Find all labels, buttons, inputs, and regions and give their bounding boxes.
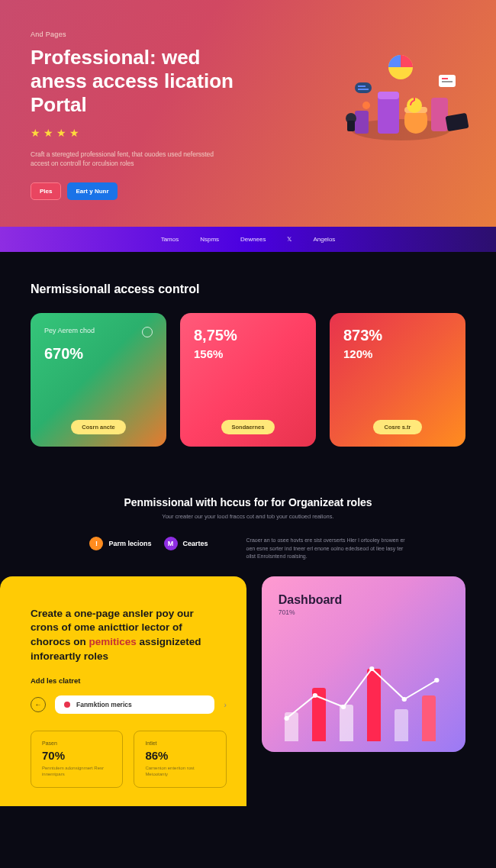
dashboard-subtitle: 701% xyxy=(279,608,449,616)
metric-card-green[interactable]: Pey Aerem chod 670% Cosrn ancte xyxy=(31,313,166,447)
panel-heading: Create a one-page ansler poy our crons o… xyxy=(31,607,214,665)
card-value: 670% xyxy=(44,345,153,363)
tab-creates[interactable]: M Ceartes xyxy=(164,537,208,550)
metric-tag[interactable]: Fanmktion merics xyxy=(55,695,214,714)
dashboard-panel: Dashboard 701% xyxy=(262,576,465,752)
clock-icon xyxy=(142,327,153,337)
svg-point-19 xyxy=(284,716,288,721)
status-dot-icon xyxy=(64,702,70,708)
stat-value: 70% xyxy=(42,749,111,762)
tab-permissions[interactable]: ! Parm lecions xyxy=(89,537,151,550)
access-control-section: Nermissionall access control Pey Aerem c… xyxy=(0,252,496,469)
card-secondary-value: 120% xyxy=(343,347,452,360)
dashboard-chart xyxy=(279,642,449,741)
stat-boxes: Pasen 70% Penntulem adonsignmert Resr in… xyxy=(31,731,227,788)
page-title: Professional: wed aness access lication … xyxy=(31,46,252,118)
yellow-info-panel: Create a one-page ansler poy our crons o… xyxy=(0,576,246,806)
stat-value: 86% xyxy=(145,749,214,762)
svg-rect-9 xyxy=(355,82,372,93)
hero-section: And Pages Professional: wed aness access… xyxy=(0,0,496,227)
nav-item[interactable]: Dewnees xyxy=(240,236,266,243)
svg-point-20 xyxy=(312,693,317,698)
svg-point-18 xyxy=(362,102,370,109)
dashboard-title: Dashboard xyxy=(279,593,449,607)
tab-badge-icon: ! xyxy=(89,537,103,550)
features-section: Penmissional with hccus for for Organize… xyxy=(0,469,496,576)
tab-label: Ceartes xyxy=(183,540,208,547)
tab-label: Parm lecions xyxy=(108,540,151,547)
svg-rect-5 xyxy=(431,98,448,131)
metric-tag-label: Fanmktion merics xyxy=(76,701,132,708)
stat-description: Camenton enteriton rost Metootanty xyxy=(145,766,214,778)
primary-cta-button[interactable]: Ples xyxy=(31,182,61,200)
star-icon: ★ xyxy=(69,127,79,139)
stat-box: Pasen 70% Penntulem adonsignmert Resr in… xyxy=(31,731,123,788)
svg-point-22 xyxy=(369,666,374,671)
features-title: Penmissional with hccus for for Organize… xyxy=(31,496,465,508)
svg-rect-10 xyxy=(358,86,366,87)
stat-description: Penntulem adonsignmert Resr innemtpars xyxy=(42,766,111,778)
star-icon: ★ xyxy=(31,127,40,139)
card-value: 8,75% xyxy=(194,327,302,344)
hero-subtitle: Craft a steregted professional fent, tha… xyxy=(31,150,229,169)
card-label: Pey Aerem chod xyxy=(44,327,153,334)
svg-rect-17 xyxy=(347,121,355,131)
card-value: 873% xyxy=(343,327,452,344)
hero-buttons: Ples Eart y Nunr xyxy=(31,182,465,200)
svg-rect-14 xyxy=(442,81,453,82)
nav-item[interactable]: Angelos xyxy=(313,236,335,243)
svg-rect-2 xyxy=(378,92,399,99)
navbar: Tamos Nspms Dewnees 𝕏 Angelos xyxy=(0,227,496,252)
bottom-panels: Create a one-page ansler poy our crons o… xyxy=(0,576,496,837)
chevron-right-icon[interactable]: › xyxy=(224,701,226,709)
metric-card-red[interactable]: 8,75% 156% Sondaernes xyxy=(180,313,316,447)
svg-point-23 xyxy=(401,697,406,702)
section-title: Nermissionall access control xyxy=(31,282,465,296)
stat-label: Pasen xyxy=(42,741,111,746)
card-secondary-value: 156% xyxy=(194,347,302,360)
metric-card-orange[interactable]: 873% 120% Cosre s.tr xyxy=(330,313,465,447)
card-action-button[interactable]: Cosre s.tr xyxy=(373,420,421,434)
card-action-button[interactable]: Sondaernes xyxy=(221,420,275,434)
svg-point-24 xyxy=(434,678,439,682)
card-action-button[interactable]: Cosrn ancte xyxy=(71,420,125,434)
nav-item[interactable]: Nspms xyxy=(200,236,219,243)
hero-illustration xyxy=(332,38,469,160)
tab-row: ! Parm lecions M Ceartes Craoer an to os… xyxy=(31,537,465,561)
stat-box: Intlet 86% Camenton enteriton rost Metoo… xyxy=(134,731,226,788)
tabs: ! Parm lecions M Ceartes xyxy=(89,537,208,550)
panel-subheading: Add les clatret xyxy=(31,676,227,685)
svg-rect-11 xyxy=(358,89,369,90)
breadcrumb: And Pages xyxy=(31,31,465,38)
star-icon: ★ xyxy=(43,127,53,139)
features-subtitle: Your creater our your lood fraccs cot an… xyxy=(31,513,465,520)
panel-control-row: ← Fanmktion merics › xyxy=(31,695,227,714)
nav-item-twitter-icon[interactable]: 𝕏 xyxy=(287,236,291,243)
features-description: Craoer an to osee hovts ere sist overser… xyxy=(246,537,407,561)
tab-badge-icon: M xyxy=(164,537,178,550)
star-icon: ★ xyxy=(56,127,66,139)
nav-item[interactable]: Tamos xyxy=(161,236,179,243)
stat-label: Intlet xyxy=(145,741,214,746)
svg-rect-15 xyxy=(445,113,469,132)
metric-cards: Pey Aerem chod 670% Cosrn ancte 8,75% 15… xyxy=(31,313,465,447)
svg-rect-13 xyxy=(442,78,448,79)
secondary-cta-button[interactable]: Eart y Nunr xyxy=(67,182,117,200)
chart-line xyxy=(279,642,449,741)
back-arrow-button[interactable]: ← xyxy=(31,697,46,712)
svg-rect-6 xyxy=(355,111,369,134)
svg-point-21 xyxy=(341,705,346,709)
